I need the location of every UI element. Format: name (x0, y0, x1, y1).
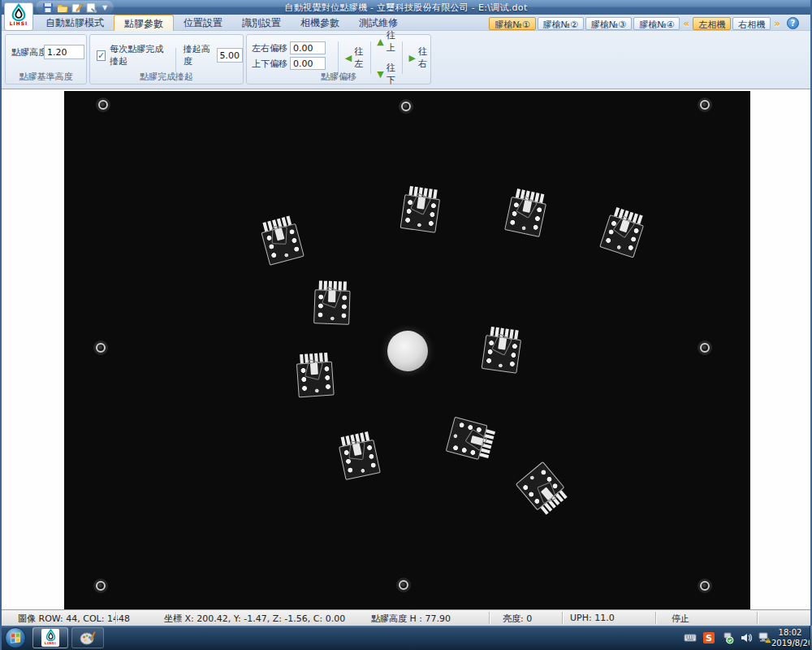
pcb-chip (336, 431, 382, 482)
lift-height-input[interactable]: 5.00 (217, 48, 244, 63)
fiducial-marker (96, 581, 106, 591)
ribbon-tab-1[interactable]: 點膠參數 (114, 15, 174, 31)
taskbar-clock[interactable]: 18:02 2019/8/20 (771, 627, 809, 648)
pcb-chip (514, 460, 572, 518)
pcb-chip (399, 185, 442, 235)
group-dispense-offset: 左右偏移 0.00 上下偏移 0.00 ◀ 往左 ▲ 往上 (246, 34, 431, 84)
pcb-chip (503, 188, 549, 239)
lihsi-app-icon: LIHSI (41, 629, 59, 647)
fiducial-marker (700, 343, 710, 353)
move-right-button[interactable]: ▶ 往右 (405, 43, 430, 72)
status-bar: 圖像 ROW: 44, COL: 1448 坐標 X: 200.42, Y: -… (2, 609, 810, 626)
coin-object (387, 331, 428, 371)
dispense-height-input[interactable]: 1.20 (44, 45, 84, 59)
clock-time: 18:02 (771, 627, 809, 638)
glue-gun-buttons: 膠槍№①膠槍№②膠槍№③膠槍№④ (489, 17, 680, 30)
ribbon-tab-3[interactable]: 識別設置 (232, 15, 291, 31)
pcb-chip (295, 352, 335, 399)
save-icon[interactable] (42, 2, 54, 13)
network-warning-icon[interactable]: ! (758, 631, 771, 644)
system-tray: S ! (684, 626, 771, 650)
right-arrow-icon: ▶ (408, 53, 415, 63)
machine-state-status: 停止 (672, 613, 689, 625)
brightness-status: 亮度: 0 (503, 613, 532, 625)
lift-height-label: 擡起高度 (184, 43, 213, 67)
glue-gun-button-2[interactable]: 膠槍№② (538, 17, 584, 30)
fiducial-marker (399, 580, 408, 590)
uph-status: UPH: 11.0 (570, 613, 615, 623)
clock-date: 2019/8/20 (771, 638, 809, 648)
windows-taskbar: LIHSI S ! 18:02 2019/8/20 (2, 626, 812, 650)
fiducial-marker (401, 102, 411, 111)
lift-checkbox-label: 每次點膠完成擡起 (110, 43, 168, 67)
right-camera-button[interactable]: 右相機 (732, 17, 771, 30)
left-camera-button[interactable]: 左相機 (693, 17, 731, 30)
open-folder-icon[interactable] (57, 2, 68, 13)
camera-view[interactable] (64, 91, 750, 609)
dispense-height-status: 點膠高度 H : 77.90 (371, 613, 451, 625)
taskbar-app-paint[interactable] (71, 627, 104, 648)
client-area (2, 89, 810, 609)
lihsi-drop-icon (10, 3, 28, 21)
pcb-chip (598, 206, 648, 260)
coords-status: 坐標 X: 200.42, Y: -1.47, Z: -1.56, C: 0.0… (164, 613, 345, 625)
window-title: 自動視覺對位點膠機 - 立璽科技股份有限公司 - E:\调试.dot (2, 2, 810, 14)
fiducial-marker (700, 581, 710, 591)
group-caption: 點膠偏移 (247, 71, 430, 83)
ud-offset-label: 上下偏移 (252, 58, 287, 70)
svg-text:!: ! (767, 638, 769, 643)
fiducial-marker (96, 343, 106, 353)
pcb-chip (313, 280, 352, 327)
start-button[interactable] (5, 627, 26, 648)
quick-access-toolbar: ▼ (36, 1, 114, 14)
group-dispense-base-height: 點膠高度 1.20 點膠基準高度 (5, 34, 87, 84)
pcb-chip (443, 415, 496, 463)
pcb-chip (258, 214, 306, 267)
move-up-button[interactable]: ▲ 往上 (374, 27, 398, 56)
camera-next-chevron[interactable]: » (772, 18, 782, 29)
dispense-height-label: 點膠高度 (11, 46, 47, 58)
glue-gun-button-4[interactable]: 膠槍№④ (633, 17, 680, 30)
group-caption: 點膠完成擡起 (90, 71, 243, 83)
app-logo: LIHSI (4, 2, 33, 31)
help-icon[interactable]: ? (787, 17, 799, 29)
title-bar: 自動視覺對位點膠機 - 立璽科技股份有限公司 - E:\调试.dot ▼ (2, 0, 810, 15)
lr-offset-label: 左右偏移 (252, 42, 287, 54)
fiducial-marker (98, 100, 108, 110)
image-row-col-status: 圖像 ROW: 44, COL: 1448 (18, 613, 130, 625)
up-arrow-icon: ▲ (377, 37, 383, 47)
group-caption: 點膠基準高度 (6, 71, 86, 83)
logo-text: LIHSI (10, 21, 28, 26)
ribbon: 點膠高度 1.20 點膠基準高度 ✓ 每次點膠完成擡起 擡起高度 5.00 點膠… (2, 31, 810, 89)
ribbon-tabs: 自動點膠模式點膠參數位置設置識別設置相機參數測試維修 (36, 15, 408, 31)
windows-flag-icon (11, 632, 20, 643)
glue-gun-button-1[interactable]: 膠槍№① (489, 17, 535, 30)
input-method-icon[interactable]: S (702, 631, 715, 644)
ribbon-tab-4[interactable]: 相機參數 (291, 15, 349, 31)
qat-dropdown-icon[interactable]: ▼ (102, 4, 107, 11)
camera-prev-chevron[interactable]: « (681, 18, 691, 29)
usb-icon[interactable] (721, 631, 734, 644)
speaker-icon[interactable] (740, 631, 753, 644)
application-window: 自動視覺對位點膠機 - 立璽科技股份有限公司 - E:\调试.dot ▼ LIH… (0, 0, 812, 650)
move-left-button[interactable]: ◀ 往左 (342, 43, 367, 72)
fiducial-marker (700, 100, 710, 110)
lr-offset-input[interactable]: 0.00 (290, 41, 326, 54)
lift-checkbox[interactable]: ✓ (97, 50, 106, 61)
group-lift-after-dispense: ✓ 每次點膠完成擡起 擡起高度 5.00 點膠完成擡起 (89, 34, 244, 84)
ribbon-tab-row: 自動點膠模式點膠參數位置設置識別設置相機參數測試維修 膠槍№①膠槍№②膠槍№③膠… (2, 15, 810, 31)
left-arrow-icon: ◀ (345, 53, 352, 63)
taskbar-app-lihsi[interactable]: LIHSI (32, 627, 68, 648)
edit-icon[interactable] (71, 2, 83, 13)
tools-icon[interactable] (86, 2, 97, 13)
ud-offset-input[interactable]: 0.00 (290, 57, 326, 70)
svg-text:S: S (706, 633, 712, 644)
ribbon-tab-2[interactable]: 位置設置 (174, 15, 232, 31)
glue-gun-button-3[interactable]: 膠槍№③ (585, 17, 632, 30)
top-right-buttons: 膠槍№①膠槍№②膠槍№③膠槍№④ « 左相機 右相機 » ? (489, 16, 799, 30)
keyboard-icon[interactable] (684, 631, 697, 644)
ribbon-tab-0[interactable]: 自動點膠模式 (36, 15, 114, 31)
pcb-chip (480, 326, 523, 375)
paint-palette-icon (80, 630, 96, 646)
